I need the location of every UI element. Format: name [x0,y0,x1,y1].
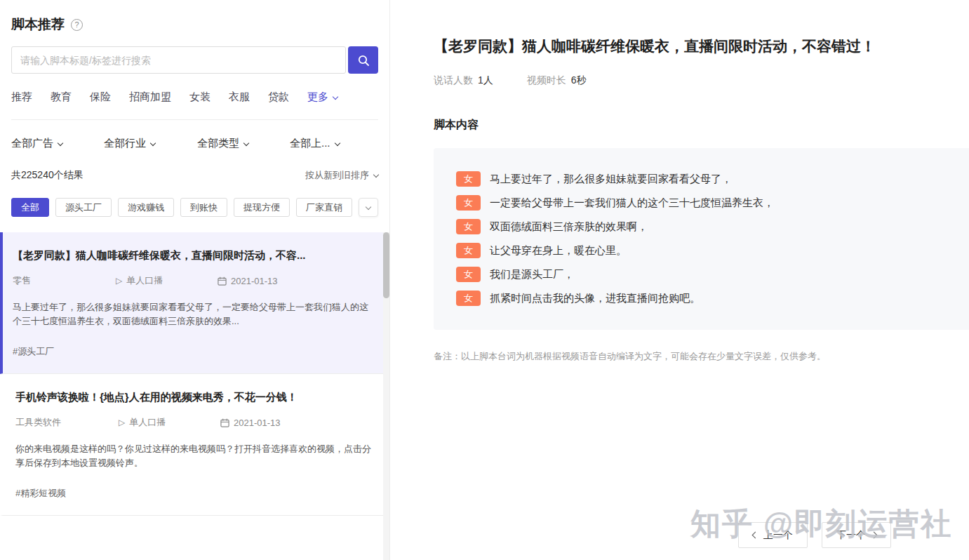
item-title: 手机铃声该换啦！{地点}人在用的视频来电秀，不花一分钱！ [15,391,371,404]
duration-value: 6秒 [571,74,587,87]
script-line: 女 双面德绒面料三倍亲肤的效果啊， [456,219,948,234]
speaker-badge: 女 [456,243,481,258]
disclaimer-note: 备注：以上脚本台词为机器根据视频语音自动编译为文字，可能会存在少量文字误差，仅供… [434,350,969,363]
item-date: 2021-01-13 [220,418,281,428]
script-list-item[interactable]: 【老罗同款】猫人咖啡碳纤维保暖衣，直播间限时活动，不容... 零售 ▷ 单人口播 [0,232,389,374]
script-list-item[interactable]: 手机铃声该换啦！{地点}人在用的视频来电秀，不花一分钱！ 工具类软件 ▷ 单人口… [0,374,389,516]
speaker-badge: 女 [456,219,481,234]
script-line-text: 我们是源头工厂， [490,267,574,282]
script-list-panel: 脚本推荐 ? 推荐 教育 保险 招商加盟 女装 衣服 贷款 [0,0,390,560]
search-icon [357,54,370,67]
item-category: 工具类软件 [15,416,119,429]
script-line: 女 抓紧时间点击我的头像，进我直播间抢购吧。 [456,291,948,306]
speaker-badge: 女 [456,267,481,282]
chevron-down-icon [58,140,63,145]
script-line: 女 马上要过年了，那么很多姐妹就要回家看看父母了， [456,171,948,187]
filter-status-dropdown[interactable]: 全部上... [290,137,340,150]
speaker-badge: 女 [456,195,481,211]
search-button[interactable] [348,46,378,74]
pager: 上一个 下一个 [738,522,891,548]
search-bar [11,46,378,74]
results-row: 共225240个结果 按从新到旧排序 [11,169,378,182]
tag-chip-row: 全部 源头工厂 游戏赚钱 到账快 提现方便 厂家直销 [11,198,378,232]
chip-fast-payment[interactable]: 到账快 [180,198,227,217]
script-list: 【老罗同款】猫人咖啡碳纤维保暖衣，直播间限时活动，不容... 零售 ▷ 单人口播 [0,232,389,560]
chip-factory-direct[interactable]: 厂家直销 [296,198,352,217]
filter-type-dropdown[interactable]: 全部类型 [197,137,290,150]
item-type: ▷ 单人口播 [116,274,218,287]
sidebar-controls: 脚本推荐 ? 推荐 教育 保险 招商加盟 女装 衣服 贷款 [0,0,389,232]
script-line: 女 一定要给父母带上一套我们猫人的这个三十七度恒温养生衣， [456,195,948,211]
chevron-down-icon [150,140,156,145]
category-tab-womenswear[interactable]: 女装 [189,91,210,104]
script-line: 女 我们是源头工厂， [456,267,948,282]
script-line-text: 马上要过年了，那么很多姐妹就要回家看看父母了， [490,171,732,187]
chevron-left-icon [752,532,759,539]
result-count: 共225240个结果 [11,169,83,182]
filter-industry-dropdown[interactable]: 全部行业 [104,137,197,150]
panel-header: 脚本推荐 ? [11,15,378,34]
item-tag[interactable]: #精彩短视频 [15,487,371,500]
item-category: 零售 [13,274,116,287]
divider [11,119,378,120]
item-snippet: 你的来电视频是这样的吗？你见过这样的来电视频吗？打开抖音选择喜欢的视频，点击分享… [15,442,371,469]
script-content-box: 女 马上要过年了，那么很多姐妹就要回家看看父母了， 女 一定要给父母带上一套我们… [434,148,969,330]
chevron-down-icon [333,93,338,99]
calendar-icon [220,418,229,427]
script-line-text: 抓紧时间点击我的头像，进我直播间抢购吧。 [490,291,700,306]
script-detail-panel: 【老罗同款】猫人咖啡碳纤维保暖衣，直播间限时活动，不容错过！ 说话人数 1人 视… [390,0,969,560]
category-tab-clothes[interactable]: 衣服 [229,91,250,104]
next-script-button[interactable]: 下一个 [822,522,891,548]
chevron-down-icon [366,204,371,210]
filter-ad-type-dropdown[interactable]: 全部广告 [11,137,104,150]
script-title: 【老罗同款】猫人咖啡碳纤维保暖衣，直播间限时活动，不容错过！ [434,36,969,56]
previous-script-button[interactable]: 上一个 [738,522,808,548]
chip-game-money[interactable]: 游戏赚钱 [118,198,174,217]
category-tab-loans[interactable]: 贷款 [268,91,289,104]
item-meta: 零售 ▷ 单人口播 2021-01-13 [13,274,371,287]
duration-label: 视频时长 [527,74,566,87]
chevron-down-icon [334,140,340,145]
chevron-right-icon [871,532,878,539]
script-content-heading: 脚本内容 [434,118,969,133]
sort-dropdown[interactable]: 按从新到旧排序 [305,169,378,182]
scrollbar-track[interactable] [383,232,389,560]
script-line: 女 让父母穿在身上，暖在心里。 [456,243,948,258]
calendar-icon [218,276,227,286]
play-icon: ▷ [116,276,122,286]
chevron-down-icon [243,140,249,145]
help-icon[interactable]: ? [71,19,83,31]
speakers-label: 说话人数 [434,74,473,87]
speaker-badge: 女 [456,171,481,187]
chips-expand-button[interactable] [359,198,378,217]
speakers-value: 1人 [478,74,493,87]
item-meta: 工具类软件 ▷ 单人口播 2021-01-13 [15,416,371,429]
item-tag[interactable]: #源头工厂 [13,345,371,358]
category-tab-insurance[interactable]: 保险 [90,91,111,104]
script-line-text: 让父母穿在身上，暖在心里。 [490,243,627,258]
script-meta-row: 说话人数 1人 视频时长 6秒 [434,74,969,87]
speaker-badge: 女 [456,291,481,306]
script-line-text: 双面德绒面料三倍亲肤的效果啊， [490,219,648,234]
category-tab-education[interactable]: 教育 [51,91,72,104]
chip-all[interactable]: 全部 [11,198,49,217]
item-date: 2021-01-13 [218,276,278,286]
category-tabs: 推荐 教育 保险 招商加盟 女装 衣服 贷款 更多 [11,91,378,104]
chevron-down-icon [373,172,379,178]
item-title: 【老罗同款】猫人咖啡碳纤维保暖衣，直播间限时活动，不容... [13,249,371,262]
scrollbar-thumb[interactable] [383,232,389,298]
category-tab-recommend[interactable]: 推荐 [11,91,32,104]
search-input[interactable] [11,46,346,74]
play-icon: ▷ [119,418,125,427]
item-type: ▷ 单人口播 [119,416,220,429]
chip-source-factory[interactable]: 源头工厂 [55,198,112,217]
chip-easy-withdraw[interactable]: 提现方便 [234,198,290,217]
app-root: 脚本推荐 ? 推荐 教育 保险 招商加盟 女装 衣服 贷款 [0,0,969,560]
filter-row: 全部广告 全部行业 全部类型 全部上... [11,137,378,150]
item-snippet: 马上要过年了，那么很多姐妹就要回家看看父母了，一定要给父母带上一套我们猫人的这个… [13,300,371,328]
category-more-button[interactable]: 更多 [307,91,338,104]
script-line-text: 一定要给父母带上一套我们猫人的这个三十七度恒温养生衣， [490,195,774,211]
panel-title: 脚本推荐 [11,15,65,34]
category-tab-franchise[interactable]: 招商加盟 [129,91,171,104]
